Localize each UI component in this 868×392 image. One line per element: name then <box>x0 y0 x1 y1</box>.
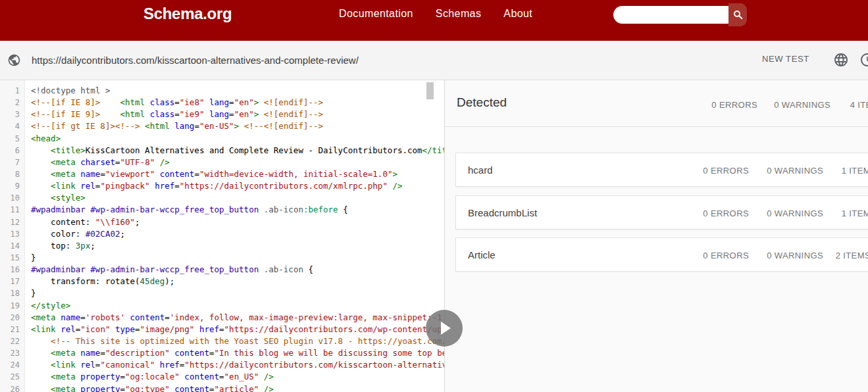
code-line: <meta name="viewport" content="width=dev… <box>31 168 444 180</box>
code-line: <!--[if IE 8]> <html class="ie8" lang="e… <box>31 97 444 109</box>
entity-name: Article <box>468 238 496 271</box>
code-line: <meta name="description" content="In thi… <box>31 347 444 359</box>
entity-card-breadcrumblist[interactable]: BreadcrumbList 0 ERRORS 0 WARNINGS 1 ITE… <box>455 195 868 230</box>
code-line: #wpadminbar #wp-admin-bar-wccp_free_top_… <box>31 264 444 276</box>
schema-org-logo[interactable]: Schema.org <box>143 5 232 23</box>
code-line: content: "\\f160"; <box>31 216 444 228</box>
code-line: <link rel="canonical" href="https://dail… <box>31 359 444 371</box>
code-line: } <box>31 287 444 299</box>
code-line: <style> <box>31 192 444 204</box>
code-line: <!-- This site is optimized with the Yoa… <box>31 335 444 347</box>
entity-name: hcard <box>468 153 493 186</box>
search-icon <box>733 10 743 20</box>
code-line: <meta property="og:locale" content="en_U… <box>31 371 444 383</box>
tested-url[interactable]: https://dailycontributors.com/kisscartoo… <box>32 41 359 80</box>
code-line: <link rel="pingback" href="https://daily… <box>31 180 444 192</box>
site-globe-icon <box>7 53 21 70</box>
code-line: color: #02CA02; <box>31 228 444 240</box>
vertical-scrollbar-thumb[interactable] <box>426 82 434 99</box>
history-clock-icon[interactable] <box>859 52 868 70</box>
entity-items: 2 ITEMS <box>772 251 868 260</box>
results-panel: Detected 0 ERRORS 0 WARNINGS 4 ITEMS hca… <box>445 80 868 392</box>
detected-title: Detected <box>457 95 507 110</box>
code-line: <meta name='robots' content='index, foll… <box>31 312 444 324</box>
globe-icon[interactable] <box>833 52 849 70</box>
code-line: </style> <box>31 300 444 312</box>
results-header: Detected 0 ERRORS 0 WARNINGS 4 ITEMS <box>445 80 868 127</box>
code-lines: <!doctype html ><!--[if IE 8]> <html cla… <box>25 80 444 392</box>
entity-card-hcard[interactable]: hcard 0 ERRORS 0 WARNINGS 1 ITEM <box>455 153 868 187</box>
nav-about[interactable]: About <box>503 8 532 20</box>
code-line: <!doctype html > <box>31 85 444 97</box>
entity-items: 1 ITEM <box>772 208 868 218</box>
code-line: <link rel="icon" type="image/png" href="… <box>31 324 444 335</box>
entity-items: 1 ITEM <box>772 166 868 176</box>
new-test-button[interactable]: NEW TEST <box>762 54 809 64</box>
entity-card-article[interactable]: Article 0 ERRORS 0 WARNINGS 2 ITEMS <box>455 237 868 272</box>
search-box <box>613 3 747 27</box>
play-button[interactable] <box>426 310 463 347</box>
code-line: <!--[if IE 9]> <html class="ie9" lang="e… <box>31 109 444 120</box>
search-input[interactable] <box>613 6 728 24</box>
code-line: <title>KissCartoon Alternatives and Comp… <box>31 145 444 157</box>
play-icon <box>441 322 451 335</box>
top-navbar: Schema.org Documentation Schemas About <box>0 0 868 41</box>
code-line: top: 3px; <box>31 240 444 252</box>
code-line: } <box>31 252 444 264</box>
code-editor[interactable]: 1234567891011121314151617181920212223242… <box>0 80 445 392</box>
main-nav: Documentation Schemas About <box>339 0 532 28</box>
code-line: #wpadminbar #wp-admin-bar-wccp_free_top_… <box>31 204 444 216</box>
summary-items: 4 ITEMS <box>786 100 868 110</box>
code-gutter: 1234567891011121314151617181920212223242… <box>0 80 25 392</box>
entity-name: BreadcrumbList <box>468 196 537 229</box>
search-button[interactable] <box>728 3 747 26</box>
code-line: transform: rotate(45deg); <box>31 276 444 287</box>
nav-schemas[interactable]: Schemas <box>436 8 482 20</box>
code-line: <!--[if gt IE 8]><!--> <html lang="en-US… <box>31 120 444 132</box>
code-line: <head> <box>31 133 444 145</box>
code-line: <meta charset="UTF-8" /> <box>31 157 444 168</box>
test-url-bar: https://dailycontributors.com/kisscartoo… <box>0 41 868 80</box>
code-line: <meta property="og:type" content="articl… <box>31 383 444 392</box>
nav-documentation[interactable]: Documentation <box>339 8 413 20</box>
